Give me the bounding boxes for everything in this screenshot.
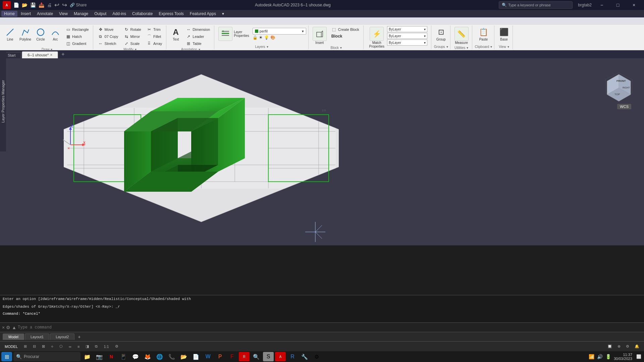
color-bylayer-select[interactable]: ByLayer▾	[387, 26, 427, 32]
revit-button[interactable]: R	[287, 352, 298, 361]
selcycling-toggle[interactable]: ⧉	[93, 344, 100, 349]
layer-dropdown[interactable]: perfil ▾	[253, 28, 306, 35]
stretch-button[interactable]: ↔Stretch	[96, 40, 120, 47]
osnap-toggle[interactable]: ⬡	[57, 344, 65, 349]
title-search[interactable]: 🔍 Type a keyword or phrase	[499, 1, 573, 9]
menu-output[interactable]: Output	[92, 11, 109, 17]
snap-toggle[interactable]: ⊟	[31, 344, 38, 349]
layer-lock-icon[interactable]: 🔒	[253, 35, 258, 40]
properties-dropdown-icon[interactable]: ▾	[405, 50, 407, 50]
layout1-tab[interactable]: Layout1	[25, 334, 49, 340]
clock-display[interactable]: 11:37 30/03/2023	[614, 353, 632, 361]
notifications[interactable]: 🔔	[633, 344, 641, 349]
viewport[interactable]: [-][SE Isometric][Realistic]	[0, 51, 644, 245]
show-desktop-button[interactable]: ⬜	[635, 354, 643, 359]
fillet-button[interactable]: ⌒Fillet	[145, 33, 164, 40]
magnifier-button[interactable]: 🔍	[251, 352, 262, 361]
transparency-toggle[interactable]: ◨	[84, 344, 91, 349]
navigation-cube[interactable]: FRONT RIGHT TOP	[604, 71, 634, 101]
group-button[interactable]: ⊡ Group	[434, 26, 448, 42]
discord-button[interactable]: 💬	[130, 352, 141, 361]
menu-home[interactable]: Home	[1, 11, 17, 17]
workspace-toggle[interactable]: ⚙	[113, 344, 120, 349]
acrobat-button[interactable]: 📄	[191, 352, 201, 361]
linetype-bylayer-select[interactable]: ByLayer▾	[387, 33, 427, 39]
table-button[interactable]: ⊞Table	[184, 40, 212, 47]
tools-button[interactable]: ⚙	[311, 352, 322, 361]
wcs-badge[interactable]: WCS	[617, 104, 631, 109]
lineweight-toggle[interactable]: ≡	[75, 344, 82, 349]
paste-button[interactable]: 📋 Paste	[477, 26, 490, 42]
saveas-icon[interactable]: 📥	[39, 2, 44, 8]
new-tab-button[interactable]: +	[59, 50, 67, 58]
menu-view[interactable]: View	[56, 11, 70, 17]
lineweight-bylayer-select[interactable]: ByLayer▾	[387, 40, 427, 46]
menu-expresstools[interactable]: Express Tools	[156, 11, 186, 17]
layer-properties-panel[interactable]: Layer Properties Manager	[0, 51, 6, 152]
minimize-button[interactable]: −	[594, 0, 609, 10]
volume-icon[interactable]: 🔊	[597, 354, 603, 359]
create-block-button[interactable]: ⬚Create Block	[329, 26, 361, 33]
cmd-close-icon[interactable]: ×	[2, 325, 5, 330]
layer-color-icon[interactable]: 🎨	[270, 35, 275, 40]
cmd-expand-icon[interactable]: ▲	[12, 325, 16, 330]
undo-icon[interactable]: ↩	[54, 1, 59, 9]
ui-settings[interactable]: ⚙	[624, 344, 631, 349]
menu-collaborate[interactable]: Collaborate	[129, 11, 155, 17]
draw-dropdown-icon[interactable]: ▾	[51, 48, 52, 50]
gradient-button[interactable]: ◫Gradient	[63, 40, 91, 47]
folder-button[interactable]: 📂	[178, 352, 189, 361]
line-button[interactable]: Line	[3, 26, 17, 42]
add-layout-button[interactable]: +	[75, 334, 83, 340]
insert-button[interactable]: Insert	[311, 26, 328, 45]
menu-insert[interactable]: Insert	[18, 11, 34, 17]
firefox-button[interactable]: 🦊	[142, 352, 153, 361]
base-button[interactable]: ⬛ Base	[497, 26, 511, 42]
polar-toggle[interactable]: ⟡	[49, 344, 55, 349]
rectangle-button[interactable]: ▭Rectangle	[63, 26, 91, 33]
utilities-dropdown-icon[interactable]: ▾	[467, 46, 468, 50]
clipboard-dropdown-icon[interactable]: ▾	[490, 45, 492, 49]
battery-icon[interactable]: 🔋	[605, 354, 611, 359]
match-properties-button[interactable]: ⚡ MatchProperties	[368, 26, 386, 49]
netflix-button[interactable]: N	[106, 352, 117, 361]
cmd-gear-icon[interactable]: ⚙	[6, 325, 10, 330]
menu-more[interactable]: ▾	[219, 11, 227, 17]
ortho-toggle[interactable]: ⊠	[40, 344, 47, 349]
hatch-button[interactable]: ▦Hatch	[63, 33, 91, 40]
maximize-button[interactable]: □	[610, 0, 625, 10]
drawing-tab[interactable]: 6--1 uhouse* ×	[22, 51, 58, 58]
menu-featuredapps[interactable]: Featured Apps	[187, 11, 219, 17]
groups-dropdown-icon[interactable]: ▾	[446, 45, 448, 49]
new-icon[interactable]: 📄	[13, 2, 19, 8]
copy-button[interactable]: ⧉07 Copy	[96, 33, 120, 40]
sketchup-button[interactable]: S	[263, 352, 274, 361]
trim-button[interactable]: ✂Trim	[145, 26, 164, 33]
extra-button[interactable]: 🔧	[299, 352, 310, 361]
red-app-button[interactable]: R	[239, 352, 250, 361]
layers-dropdown-icon[interactable]: ▾	[267, 45, 268, 49]
view-dropdown-icon[interactable]: ▾	[507, 45, 509, 49]
layout2-tab[interactable]: Layout2	[50, 334, 74, 340]
camera-button[interactable]: 📷	[94, 352, 105, 361]
drawing-tab-close[interactable]: ×	[50, 53, 52, 57]
text-button[interactable]: A Text	[169, 26, 182, 42]
foxit-button[interactable]: F	[227, 352, 237, 361]
model-tab[interactable]: Model	[3, 334, 24, 340]
annotation-dropdown-icon[interactable]: ▾	[199, 48, 200, 50]
rotate-button[interactable]: ↻Rotate	[122, 26, 143, 33]
layer-sun-icon[interactable]: ☀	[259, 35, 263, 40]
modify-dropdown-icon[interactable]: ▾	[135, 48, 137, 50]
scale-button[interactable]: ⤢Scale	[122, 40, 143, 47]
share-icon[interactable]: 🔗 Share	[70, 3, 87, 7]
array-button[interactable]: ⠿Array	[145, 40, 164, 47]
whatsapp-button[interactable]: 📱	[118, 352, 129, 361]
block-dropdown-icon[interactable]: ▾	[340, 46, 342, 50]
mirror-button[interactable]: ⇆Mirror	[122, 33, 143, 40]
menu-addins[interactable]: Add-ins	[110, 11, 129, 17]
edge-button[interactable]: 🌐	[154, 352, 165, 361]
dimension-button[interactable]: ↔Dimension	[184, 26, 212, 33]
skype-button[interactable]: 📞	[166, 352, 177, 361]
otrack-toggle[interactable]: ∞	[67, 344, 73, 349]
autocad-taskbar-button[interactable]: A	[275, 352, 286, 361]
